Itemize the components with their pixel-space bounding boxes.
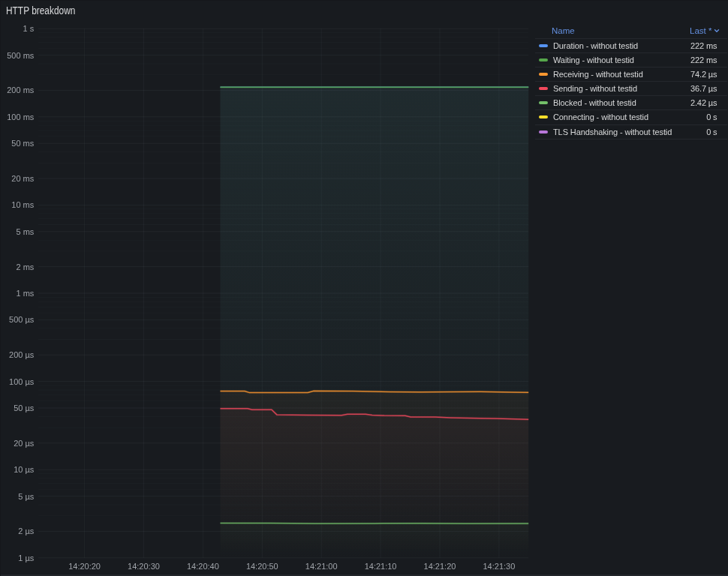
svg-text:2 µs: 2 µs [18,526,35,536]
svg-text:20 ms: 20 ms [11,174,34,183]
svg-text:14:20:50: 14:20:50 [246,562,278,571]
svg-text:20 µs: 20 µs [14,439,35,448]
svg-text:14:21:00: 14:21:00 [305,562,338,571]
svg-text:100 ms: 100 ms [7,112,35,122]
svg-text:200 ms: 200 ms [7,86,35,94]
svg-text:14:20:30: 14:20:30 [128,562,160,571]
svg-text:10 ms: 10 ms [11,200,34,209]
svg-text:1 µs: 1 µs [18,554,35,562]
svg-text:500 ms: 500 ms [7,51,35,60]
svg-text:1 ms: 1 ms [16,289,34,298]
svg-text:500 µs: 500 µs [9,315,35,324]
svg-text:10 µs: 10 µs [14,465,35,474]
svg-text:14:21:30: 14:21:30 [483,562,515,571]
svg-text:14:21:10: 14:21:10 [365,562,397,571]
svg-text:14:20:20: 14:20:20 [68,562,101,571]
svg-text:5 µs: 5 µs [18,492,35,501]
svg-text:50 ms: 50 ms [11,139,34,148]
svg-text:1 s: 1 s [23,24,35,33]
svg-text:14:20:40: 14:20:40 [187,562,219,571]
svg-text:5 ms: 5 ms [16,227,34,236]
svg-text:50 µs: 50 µs [14,404,35,412]
svg-text:200 µs: 200 µs [9,350,35,359]
svg-text:14:21:20: 14:21:20 [424,562,456,571]
svg-text:100 µs: 100 µs [9,377,35,386]
svg-text:2 ms: 2 ms [16,262,34,272]
